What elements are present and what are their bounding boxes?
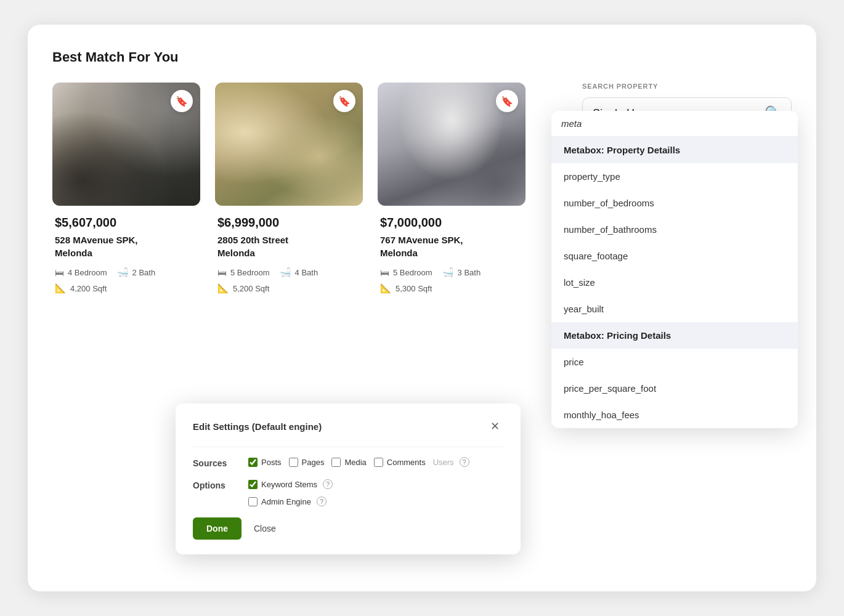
modal-title: Edit Settings (Default engine) — [193, 421, 322, 432]
checkbox-admin-engine-input[interactable] — [248, 497, 258, 506]
checkbox-pages-input[interactable] — [289, 458, 298, 467]
checkbox-keyword-stems[interactable]: Keyword Stems ? — [248, 479, 333, 489]
card-address-1: 528 MAvenue SPK, Melonda — [55, 233, 198, 259]
bedroom-feature-3: 🛏 5 Bedroom — [380, 267, 432, 278]
bookmark-icon-1: 🔖 — [176, 95, 188, 107]
bookmark-button-2[interactable]: 🔖 — [333, 90, 355, 112]
close-button[interactable]: Close — [249, 517, 281, 540]
sqft-icon-2: 📐 — [217, 283, 229, 294]
card-features-2: 🛏 5 Bedroom 🛁 4 Bath — [217, 267, 360, 278]
search-label: SEARCH PROPERTY — [582, 83, 792, 90]
checkbox-posts[interactable]: Posts — [248, 458, 282, 467]
bed-icon-3: 🛏 — [380, 267, 389, 278]
card-body-3: $7,000,000 767 MAvenue SPK, Melonda 🛏 5 … — [378, 206, 525, 294]
done-button[interactable]: Done — [193, 517, 241, 540]
sources-label: Sources — [193, 457, 248, 468]
checkbox-pages[interactable]: Pages — [289, 458, 325, 467]
sqft-icon-3: 📐 — [380, 283, 392, 294]
card-features-1: 🛏 4 Bedroom 🛁 2 Bath — [55, 267, 198, 278]
dropdown-item-property-type[interactable]: property_type — [551, 163, 798, 190]
page-title: Best Match For You — [52, 49, 792, 65]
bed-icon-2: 🛏 — [217, 267, 227, 278]
bookmark-icon-2: 🔖 — [338, 95, 351, 107]
checkbox-posts-input[interactable] — [248, 458, 258, 467]
dropdown-item-metabox-pricing[interactable]: Metabox: Pricing Details — [551, 322, 798, 349]
card-body-2: $6,999,000 2805 20th Street Melonda 🛏 5 … — [215, 206, 363, 294]
modal-divider — [193, 447, 503, 447]
keyword-stems-help-icon[interactable]: ? — [323, 479, 333, 489]
cards-row: 🔖 $5,607,000 528 MAvenue SPK, Melonda 🛏 — [52, 83, 558, 294]
bedroom-feature-1: 🛏 4 Bedroom — [55, 267, 107, 278]
checkbox-keyword-stems-input[interactable] — [248, 480, 258, 489]
property-card-1: 🔖 $5,607,000 528 MAvenue SPK, Melonda 🛏 — [52, 83, 200, 294]
bath-icon-2: 🛁 — [280, 267, 291, 278]
checkbox-comments-input[interactable] — [374, 458, 383, 467]
dropdown-item-price-per-sqft[interactable]: price_per_square_foot — [551, 375, 798, 402]
main-container: Best Match For You 🔖 $5,607,000 528 MAve… — [28, 25, 816, 591]
property-card-2: 🔖 $6,999,000 2805 20th Street Melonda 🛏 — [215, 83, 363, 294]
users-label: Users — [433, 458, 454, 467]
dropdown-item-price[interactable]: price — [551, 349, 798, 375]
modal-close-button[interactable]: ✕ — [487, 418, 503, 434]
bookmark-button-3[interactable]: 🔖 — [496, 90, 518, 112]
card-price-1: $5,607,000 — [55, 216, 198, 230]
card-features-3: 🛏 5 Bedroom 🛁 3 Bath — [380, 267, 523, 278]
checkbox-admin-engine[interactable]: Admin Engine ? — [248, 496, 327, 506]
dropdown-item-number-bathrooms[interactable]: number_of_bathrooms — [551, 216, 798, 243]
modal-overlay: Edit Settings (Default engine) ✕ Sources… — [176, 403, 521, 554]
checkbox-users: Users ? — [433, 457, 469, 467]
dropdown-item-lot-size[interactable]: lot_size — [551, 269, 798, 296]
dropdown-item-monthly-hoa[interactable]: monthly_hoa_fees — [551, 402, 798, 428]
modal-options-row: Options Keyword Stems ? Admin Engine ? — [193, 479, 503, 506]
bath-feature-2: 🛁 4 Bath — [280, 267, 319, 278]
bookmark-button-1[interactable]: 🔖 — [171, 90, 193, 112]
sqft-icon-1: 📐 — [55, 283, 67, 294]
modal-sources-row: Sources Posts Pages Media — [193, 457, 503, 468]
property-card-3: 🔖 $7,000,000 767 MAvenue SPK, Melonda 🛏 — [378, 83, 525, 294]
sqft-row-1: 📐 4,200 Sqft — [55, 283, 198, 294]
bath-icon-1: 🛁 — [117, 267, 129, 278]
card-image-1: 🔖 — [52, 83, 200, 206]
card-image-2: 🔖 — [215, 83, 363, 206]
card-address-2: 2805 20th Street Melonda — [217, 233, 360, 259]
dropdown-item-year-built[interactable]: year_built — [551, 296, 798, 322]
sources-checkboxes: Posts Pages Media Comments — [248, 457, 469, 467]
bath-icon-3: 🛁 — [442, 267, 454, 278]
bookmark-icon-3: 🔖 — [501, 95, 513, 107]
sqft-row-3: 📐 5,300 Sqft — [380, 283, 523, 294]
bath-feature-1: 🛁 2 Bath — [117, 267, 156, 278]
card-image-3: 🔖 — [378, 83, 525, 206]
admin-engine-help-icon[interactable]: ? — [317, 496, 327, 506]
dropdown-item-number-bedrooms[interactable]: number_of_bedrooms — [551, 190, 798, 216]
dropdown-item-square-footage[interactable]: square_footage — [551, 243, 798, 269]
card-price-3: $7,000,000 — [380, 216, 523, 230]
checkbox-comments[interactable]: Comments — [374, 458, 426, 467]
modal-header: Edit Settings (Default engine) ✕ — [193, 418, 503, 434]
cards-section: 🔖 $5,607,000 528 MAvenue SPK, Melonda 🛏 — [52, 83, 558, 294]
options-checkboxes: Keyword Stems ? Admin Engine ? — [248, 479, 333, 506]
card-price-2: $6,999,000 — [217, 216, 360, 230]
sqft-row-2: 📐 5,200 Sqft — [217, 283, 360, 294]
options-label: Options — [193, 479, 248, 490]
card-body-1: $5,607,000 528 MAvenue SPK, Melonda 🛏 4 … — [52, 206, 200, 294]
checkbox-media-input[interactable] — [331, 458, 341, 467]
bath-feature-3: 🛁 3 Bath — [442, 267, 481, 278]
users-help-icon[interactable]: ? — [460, 457, 469, 467]
bed-icon-1: 🛏 — [55, 267, 64, 278]
edit-settings-modal: Edit Settings (Default engine) ✕ Sources… — [176, 403, 521, 554]
bedroom-feature-2: 🛏 5 Bedroom — [217, 267, 270, 278]
dropdown-container: meta Metabox: Property Detaills property… — [551, 111, 798, 428]
checkbox-media[interactable]: Media — [331, 458, 366, 467]
card-address-3: 767 MAvenue SPK, Melonda — [380, 233, 523, 259]
modal-footer: Done Close — [193, 517, 503, 540]
dropdown-item-metabox-property[interactable]: Metabox: Property Detaills — [551, 137, 798, 163]
dropdown-search-value: meta — [551, 111, 798, 137]
